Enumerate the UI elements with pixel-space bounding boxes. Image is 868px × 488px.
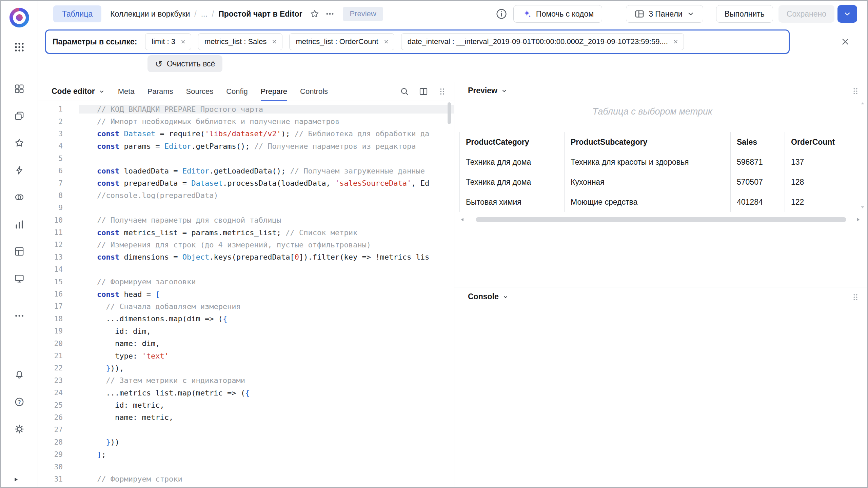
tab-prepare[interactable]: Prepare bbox=[261, 82, 287, 101]
code-line[interactable]: 13const dimensions = Object.keys(prepare… bbox=[38, 251, 454, 263]
console-section-menu[interactable]: Console bbox=[468, 292, 509, 301]
preview-badge[interactable]: Preview bbox=[343, 7, 383, 21]
column-header[interactable]: ProductSubcategory bbox=[565, 132, 731, 152]
code-line[interactable]: 25 id: metric, bbox=[38, 399, 454, 411]
code-line[interactable]: 6const loadedData = Editor.getLoadedData… bbox=[38, 165, 454, 177]
param-chip[interactable]: date_interval : __interval_2019-09-01T00… bbox=[401, 33, 684, 50]
code-line[interactable]: 24 ...metrics_list.map(metric => ({ bbox=[38, 387, 454, 399]
split-view-button[interactable] bbox=[419, 87, 428, 96]
code-line[interactable]: 31// Формируем строки bbox=[38, 473, 454, 485]
code-line[interactable]: 22 })), bbox=[38, 362, 454, 374]
scroll-left-button[interactable] bbox=[459, 217, 466, 223]
param-chip[interactable]: limit : 3 bbox=[145, 33, 191, 50]
scroll-right-button[interactable] bbox=[855, 217, 861, 223]
remove-chip-button[interactable] bbox=[383, 39, 389, 45]
code-line[interactable]: 7const preparedData = Dataset.processDat… bbox=[38, 177, 454, 189]
editor-header-icons bbox=[400, 82, 447, 101]
code-line[interactable]: 32const rows = preparedData.map(row => (… bbox=[38, 485, 454, 487]
code-line[interactable]: 30 bbox=[38, 461, 454, 473]
code-vertical-scrollbar[interactable] bbox=[448, 102, 451, 124]
breadcrumb-item[interactable]: ... bbox=[201, 9, 208, 19]
code-line[interactable]: 15// Формируем заголовки bbox=[38, 276, 454, 288]
datalens-logo[interactable] bbox=[8, 7, 30, 28]
editor-drag-handle[interactable] bbox=[438, 87, 447, 96]
clear-all-button[interactable]: ↺ Очистить всё bbox=[147, 55, 222, 72]
favorite-star-button[interactable] bbox=[310, 9, 320, 19]
remove-chip-button[interactable] bbox=[180, 39, 186, 45]
scrollbar-thumb[interactable] bbox=[476, 217, 846, 222]
code-line[interactable]: 3const Dataset = require('libs/dataset/v… bbox=[38, 128, 454, 140]
code-line[interactable]: 9 bbox=[38, 202, 454, 214]
run-button[interactable]: Выполнить bbox=[716, 5, 773, 23]
scrollbar-track[interactable] bbox=[468, 217, 852, 222]
breadcrumb-item[interactable]: Коллекции и воркбуки bbox=[110, 9, 190, 19]
sidebar-item-help[interactable]: ? bbox=[1, 393, 38, 411]
code-line[interactable]: 28 })) bbox=[38, 436, 454, 448]
code-line[interactable]: 19 id: dim, bbox=[38, 325, 454, 337]
help-with-code-button[interactable]: Помочь с кодом bbox=[513, 5, 602, 23]
code-line[interactable]: 29]; bbox=[38, 448, 454, 461]
close-params-bar-button[interactable] bbox=[838, 35, 852, 49]
code-line[interactable]: 21 type: 'text' bbox=[38, 350, 454, 362]
code-line[interactable]: 27 bbox=[38, 424, 454, 436]
table-scroll-down-button[interactable] bbox=[860, 205, 865, 210]
code-line[interactable]: 12// Измерения для строк (до 4 измерений… bbox=[38, 239, 454, 251]
sidebar-item-settings[interactable] bbox=[1, 420, 38, 438]
tab-tablitsa[interactable]: Таблица bbox=[53, 5, 101, 22]
remove-chip-icon bbox=[383, 39, 389, 45]
sidebar-item-tables[interactable] bbox=[1, 242, 38, 261]
code-line[interactable]: 10// Получаем параметры для сводной табл… bbox=[38, 214, 454, 226]
code-line[interactable]: 23 // Затем метрики с индикаторами bbox=[38, 374, 454, 387]
column-header[interactable]: Sales bbox=[731, 132, 785, 152]
sidebar-item-connections[interactable] bbox=[1, 161, 38, 179]
code-line[interactable]: 20 name: dim, bbox=[38, 337, 454, 349]
code-line[interactable]: 2// Импорт необходимых библиотек и получ… bbox=[38, 115, 454, 127]
code-line[interactable]: 18 ...dimensions.map(dim => ({ bbox=[38, 313, 454, 325]
apps-menu-button[interactable] bbox=[1, 38, 38, 56]
params-label: Параметры в ссылке: bbox=[53, 37, 137, 46]
line-number: 1 bbox=[38, 105, 79, 113]
tab-config[interactable]: Config bbox=[226, 82, 248, 101]
tab-meta[interactable]: Meta bbox=[118, 82, 135, 101]
console-drag-handle[interactable] bbox=[851, 293, 860, 302]
save-dropdown-button[interactable] bbox=[837, 5, 857, 23]
sidebar-item-notifications[interactable] bbox=[1, 366, 38, 384]
code-line[interactable]: 17 // Сначала добавляем измерения bbox=[38, 300, 454, 312]
code-line[interactable]: 1// КОД ВКЛАДКИ PREPARE Простого чарта bbox=[38, 103, 454, 115]
sidebar-item-datasets[interactable] bbox=[1, 188, 38, 206]
remove-chip-button[interactable] bbox=[271, 39, 277, 45]
sidebar-item-charts[interactable] bbox=[1, 215, 38, 233]
code-line[interactable]: 14 bbox=[38, 263, 454, 276]
code-editor-menu[interactable]: Code editor bbox=[52, 87, 105, 96]
code-line[interactable]: 8//console.log(preparedData) bbox=[38, 189, 454, 202]
breadcrumb-separator: / bbox=[212, 9, 214, 19]
code-line[interactable]: 16const head = [ bbox=[38, 288, 454, 300]
code-line[interactable]: 5 bbox=[38, 152, 454, 165]
code-line[interactable]: 4const params = Editor.getParams(); // П… bbox=[38, 140, 454, 152]
preview-section-menu[interactable]: Preview bbox=[468, 86, 508, 95]
more-options-button[interactable] bbox=[325, 9, 335, 19]
panels-dropdown-button[interactable]: 3 Панели bbox=[626, 5, 703, 23]
param-chip[interactable]: metrics_list : OrderCount bbox=[289, 33, 394, 50]
sidebar-item-more[interactable] bbox=[1, 307, 38, 325]
breadcrumb-item[interactable]: Простой чарт в Editor bbox=[218, 9, 302, 19]
column-header[interactable]: ProductCategory bbox=[460, 132, 565, 152]
code-lines[interactable]: 1// КОД ВКЛАДКИ PREPARE Простого чарта2/… bbox=[38, 103, 454, 487]
preview-drag-handle[interactable] bbox=[851, 87, 860, 96]
tab-params[interactable]: Params bbox=[147, 82, 173, 101]
code-line[interactable]: 11const metrics_list = params.metrics_li… bbox=[38, 226, 454, 239]
table-scroll-up-button[interactable] bbox=[860, 101, 865, 106]
code-line[interactable]: 26 name: metric, bbox=[38, 411, 454, 424]
remove-chip-button[interactable] bbox=[673, 39, 679, 45]
info-button[interactable] bbox=[496, 8, 507, 20]
tab-controls[interactable]: Controls bbox=[300, 82, 328, 101]
sidebar-item-grid[interactable] bbox=[1, 80, 38, 98]
sidebar-item-collections[interactable] bbox=[1, 107, 38, 125]
sidebar-expand-button[interactable] bbox=[13, 474, 26, 485]
sidebar-item-dashboards[interactable] bbox=[1, 269, 38, 288]
search-button[interactable] bbox=[400, 87, 409, 96]
column-header[interactable]: OrderCount bbox=[785, 132, 852, 152]
param-chip[interactable]: metrics_list : Sales bbox=[198, 33, 282, 50]
sidebar-item-favorites[interactable] bbox=[1, 134, 38, 152]
tab-sources[interactable]: Sources bbox=[186, 82, 214, 101]
